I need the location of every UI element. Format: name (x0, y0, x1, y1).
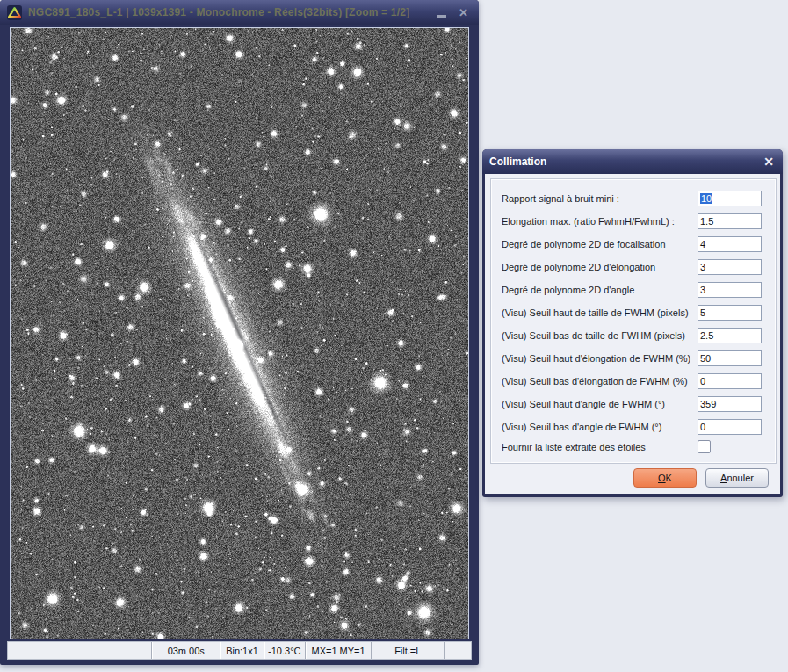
status-cell-6 (444, 642, 471, 659)
field-row-6: (Visu) Seuil bas de taille de FWHM (pixe… (491, 324, 776, 347)
field-value: 10 (700, 193, 712, 204)
field-row-3: Degré de polynome 2D d'élongation3 (491, 256, 776, 278)
cancel-button[interactable]: Annuler (705, 468, 769, 488)
dialog-title: Collimation (489, 155, 546, 168)
field-value: 3 (700, 262, 705, 272)
field-row-2: Degré de polynome 2D de focalisation4 (491, 233, 776, 256)
image-window-title: NGC891_180s_L-1 | 1039x1391 - Monochrome… (28, 6, 409, 18)
field-label: (Visu) Seuil haut de taille de FWHM (pix… (502, 307, 689, 318)
field-row-0: Rapport signal à bruit mini :10 (491, 187, 776, 210)
galaxy-image-canvas[interactable] (11, 28, 468, 639)
field-value: 0 (700, 422, 705, 432)
field-value: 50 (700, 353, 711, 364)
status-cell-1: 03m 00s (151, 642, 220, 659)
dialog-body: Rapport signal à bruit mini :10Elongatio… (485, 174, 780, 494)
field-value: 5 (700, 307, 705, 318)
field-label: Degré de polynome 2D de focalisation (502, 239, 666, 249)
field-value: 359 (700, 399, 716, 409)
status-cell-0 (8, 642, 151, 659)
field-input[interactable]: 2.5 (698, 328, 762, 343)
image-window: NGC891_180s_L-1 | 1039x1391 - Monochrome… (0, 0, 479, 665)
prism-app-icon (7, 5, 22, 20)
dialog-close-icon[interactable]: ✕ (763, 155, 774, 168)
minimize-icon[interactable] (437, 15, 446, 18)
field-value: 2.5 (700, 330, 713, 341)
image-status-bar: 03m 00sBin:1x1-10.3°CMX=1 MY=1Filt.=L (7, 641, 472, 660)
field-input[interactable]: 5 (698, 305, 762, 321)
status-cell-4: MX=1 MY=1 (305, 642, 372, 659)
field-label: Degré de polynome 2D d'élongation (502, 262, 655, 272)
field-row-9: (Visu) Seuil haut d'angle de FWHM (°)359 (491, 393, 776, 415)
field-label: Degré de polynome 2D d'angle (502, 285, 634, 295)
status-cell-2: Bin:1x1 (220, 642, 264, 659)
ok-button[interactable]: OK (633, 468, 697, 488)
field-input[interactable]: 359 (698, 396, 762, 412)
image-window-titlebar[interactable]: NGC891_180s_L-1 | 1039x1391 - Monochrome… (0, 0, 479, 25)
checkbox-row: Fournir la liste extraite des étoiles (491, 438, 776, 456)
close-icon[interactable]: ✕ (459, 7, 468, 18)
field-row-8: (Visu) Seuil bas d'élongation de FWHM (%… (491, 370, 776, 393)
status-cell-5: Filt.=L (371, 642, 444, 659)
field-row-5: (Visu) Seuil haut de taille de FWHM (pix… (491, 301, 776, 324)
extract-stars-checkbox[interactable] (698, 440, 711, 453)
field-row-10: (Visu) Seuil bas d'angle de FWHM (°)0 (491, 415, 776, 438)
field-input[interactable]: 1.5 (698, 213, 762, 229)
field-label: Elongation max. (ratio FwhmH/FwhmL) : (502, 216, 675, 227)
field-label: (Visu) Seuil bas de taille de FWHM (pixe… (502, 330, 685, 341)
field-input[interactable]: 10 (698, 191, 762, 206)
field-value: 1.5 (700, 216, 713, 227)
dialog-groupbox: Rapport signal à bruit mini :10Elongatio… (490, 178, 777, 464)
dialog-titlebar[interactable]: Collimation ✕ (482, 149, 783, 174)
field-row-1: Elongation max. (ratio FwhmH/FwhmL) :1.5 (491, 210, 776, 233)
field-label: (Visu) Seuil haut d'angle de FWHM (°) (502, 399, 665, 409)
field-label: (Visu) Seuil bas d'angle de FWHM (°) (502, 422, 661, 432)
collimation-dialog: Collimation ✕ Rapport signal à bruit min… (482, 149, 783, 497)
checkbox-label: Fournir la liste extraite des étoiles (502, 442, 646, 452)
field-row-4: Degré de polynome 2D d'angle3 (491, 278, 776, 301)
field-row-7: (Visu) Seuil haut d'élongation de FWHM (… (491, 347, 776, 370)
field-input[interactable]: 50 (698, 350, 762, 366)
field-label: Rapport signal à bruit mini : (502, 193, 619, 204)
field-input[interactable]: 0 (698, 373, 762, 389)
field-label: (Visu) Seuil haut d'élongation de FWHM (… (502, 353, 690, 364)
field-value: 3 (700, 285, 705, 295)
field-input[interactable]: 0 (698, 419, 762, 435)
status-cell-3: -10.3°C (264, 642, 305, 659)
field-label: (Visu) Seuil bas d'élongation de FWHM (%… (502, 376, 688, 387)
field-value: 0 (700, 376, 705, 387)
field-input[interactable]: 3 (698, 259, 762, 275)
field-value: 4 (700, 239, 705, 249)
image-viewport[interactable] (10, 27, 469, 639)
field-input[interactable]: 3 (698, 282, 762, 298)
field-input[interactable]: 4 (698, 236, 762, 252)
